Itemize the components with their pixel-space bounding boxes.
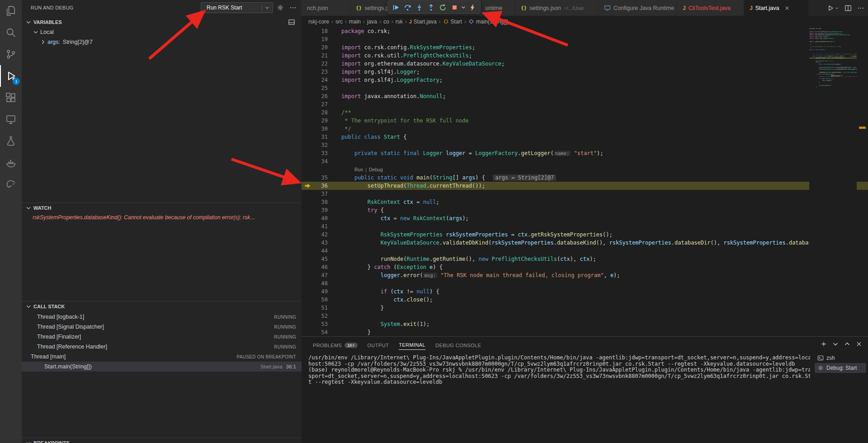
run-file-button[interactable] xyxy=(827,5,839,12)
restart-icon[interactable] xyxy=(437,1,448,13)
gutter-cell[interactable]: 42 xyxy=(302,231,341,239)
gutter-cell[interactable]: 18 xyxy=(302,27,341,35)
panel-tab-debug-console[interactable]: DEBUG CONSOLE xyxy=(435,340,481,350)
gutter-cell[interactable]: 47 xyxy=(302,271,341,279)
hot-code-replace-icon[interactable] xyxy=(467,1,478,13)
chevron-down-icon[interactable] xyxy=(460,1,467,13)
variables-section-header[interactable]: VARIABLES xyxy=(22,17,302,27)
testing-icon[interactable] xyxy=(0,130,22,152)
tab-nch-json[interactable]: nch.json xyxy=(302,0,350,16)
call-stack-thread[interactable]: Thread [main]PAUSED ON BREAKPOINT xyxy=(22,352,302,362)
gutter-cell[interactable]: 22 xyxy=(302,60,341,68)
stop-icon[interactable] xyxy=(448,1,460,13)
breakpoints-section-header[interactable]: BREAKPOINTS xyxy=(22,438,302,443)
variables-scope-local[interactable]: Local xyxy=(22,27,302,37)
chevron-down-icon[interactable] xyxy=(832,340,839,348)
extensions-icon[interactable] xyxy=(0,87,22,108)
step-out-icon[interactable] xyxy=(425,1,437,13)
source-control-icon[interactable] xyxy=(0,43,22,65)
watch-section-header[interactable]: WATCH xyxy=(22,203,302,212)
gradle-icon[interactable] xyxy=(0,174,22,195)
watch-expression[interactable]: rskSystemProperties.databaseKind(): Cann… xyxy=(22,212,302,222)
gutter-cell[interactable]: 31 xyxy=(302,133,341,141)
gutter-cell[interactable]: 34 xyxy=(302,157,341,165)
terminal-session-debug-start[interactable]: Debug: Start xyxy=(815,363,866,373)
chevron-right-icon[interactable] xyxy=(40,39,46,45)
gutter-cell[interactable]: 54 xyxy=(302,328,341,336)
code-editor[interactable]: 18package co.rsk;1920import co.rsk.confi… xyxy=(302,27,868,336)
gutter-cell[interactable]: 26 xyxy=(302,92,341,100)
call-stack-thread[interactable]: Thread [logback-1]RUNNING xyxy=(22,312,302,322)
run-debug-icon[interactable]: 1 xyxy=(0,65,22,87)
gutter-cell[interactable]: 48 xyxy=(302,279,341,287)
gutter-cell[interactable]: 51 xyxy=(302,304,341,312)
gutter-cell[interactable]: 40 xyxy=(302,214,341,222)
explorer-icon[interactable] xyxy=(0,0,22,22)
breadcrumb-item-start-java[interactable]: JStart.java xyxy=(409,19,437,25)
step-over-icon[interactable] xyxy=(401,1,413,13)
gutter-cell[interactable]: 23 xyxy=(302,68,341,76)
gutter-cell[interactable]: 30 xyxy=(302,125,341,133)
panel-tab-output[interactable]: OUTPUT xyxy=(368,340,389,350)
breadcrumb-item-main[interactable]: main xyxy=(349,19,361,25)
stack-frame-selected[interactable]: Start.main(String[]) Start.java 36:1 xyxy=(22,362,302,372)
minimap[interactable]: package co.rsk;import co.rsk.config.RskS… xyxy=(809,27,857,336)
gutter-cell[interactable]: 50 xyxy=(302,296,341,304)
overview-ruler[interactable] xyxy=(857,27,868,336)
tab-configure-java-runtime[interactable]: Configure Java Runtime xyxy=(599,0,677,16)
gutter-cell[interactable] xyxy=(302,165,341,174)
gutter-cell[interactable]: 29 xyxy=(302,117,341,125)
tab-settings-json[interactable]: {}settings.json~/.../User xyxy=(515,0,599,16)
breadcrumb-item-src[interactable]: src xyxy=(335,19,343,25)
gutter-cell[interactable]: 41 xyxy=(302,222,341,231)
gutter-cell[interactable]: 24 xyxy=(302,76,341,84)
gutter-cell[interactable]: 53 xyxy=(302,320,341,328)
breadcrumb-item-co[interactable]: co xyxy=(383,19,389,25)
terminal-output[interactable]: /usr/bin/env /Library/Internet\ Plug-Ins… xyxy=(308,355,810,441)
gutter-cell[interactable]: 20 xyxy=(302,43,341,52)
call-stack-thread[interactable]: Thread [Finalizer]RUNNING xyxy=(22,332,302,342)
plus-icon[interactable] xyxy=(820,340,827,348)
close-icon[interactable] xyxy=(855,340,863,348)
gutter-cell[interactable]: 27 xyxy=(302,100,341,108)
gutter-cell[interactable]: 39 xyxy=(302,206,341,214)
chevron-up-icon[interactable] xyxy=(844,340,851,348)
gutter-cell[interactable]: 49 xyxy=(302,287,341,296)
breadcrumb-item-rsk[interactable]: rsk xyxy=(396,19,403,25)
gutter-cell[interactable]: 21 xyxy=(302,52,341,60)
gutter-cell[interactable]: 28 xyxy=(302,108,341,117)
gutter-cell[interactable]: 46 xyxy=(302,263,341,271)
code-lens-debug-link[interactable]: Debug xyxy=(369,167,383,172)
gutter-cell[interactable]: 43 xyxy=(302,239,341,247)
search-icon[interactable] xyxy=(0,22,22,43)
split-editor-icon[interactable] xyxy=(844,5,852,12)
gutter-cell[interactable]: 44 xyxy=(302,247,341,255)
continue-icon[interactable] xyxy=(390,1,401,13)
code-lens-run-link[interactable]: Run xyxy=(354,167,363,172)
gutter-cell[interactable]: 25 xyxy=(302,84,341,92)
remote-explorer-icon[interactable] xyxy=(0,108,22,130)
close-icon[interactable] xyxy=(784,5,790,11)
call-stack-thread[interactable]: Thread [Reference Handler]RUNNING xyxy=(22,342,302,352)
gutter-cell[interactable]: 38 xyxy=(302,198,341,206)
gutter-cell[interactable]: 35 xyxy=(302,174,341,182)
run-config-dropdown[interactable]: Run RSK Start xyxy=(201,2,273,13)
gutter-cell[interactable]: 32 xyxy=(302,141,341,149)
call-stack-thread[interactable]: Thread [Signal Dispatcher]RUNNING xyxy=(22,322,302,332)
panel-layout-icon[interactable] xyxy=(288,19,295,26)
chevron-down-icon[interactable] xyxy=(264,5,270,10)
gear-icon[interactable] xyxy=(277,4,284,11)
gutter-cell[interactable]: 19 xyxy=(302,35,341,43)
panel-tab-terminal[interactable]: TERMINAL xyxy=(399,339,425,350)
gutter-cell[interactable]: 45 xyxy=(302,255,341,263)
more-actions-icon[interactable] xyxy=(857,5,864,12)
gutter-cell[interactable]: 33 xyxy=(302,149,341,157)
breadcrumb-item-rskj-core[interactable]: rskj-core xyxy=(308,19,329,25)
gutter-cell[interactable]: 36 xyxy=(302,182,341,190)
step-into-icon[interactable] xyxy=(413,1,425,13)
gutter-cell[interactable]: 52 xyxy=(302,312,341,320)
terminal-session-zsh[interactable]: zsh xyxy=(815,353,866,363)
tab-clitoolstest-java[interactable]: JCliToolsTest.java xyxy=(677,0,744,16)
tab-start-java[interactable]: JStart.java xyxy=(744,0,809,16)
breadcrumb-item-java[interactable]: java xyxy=(367,19,377,25)
